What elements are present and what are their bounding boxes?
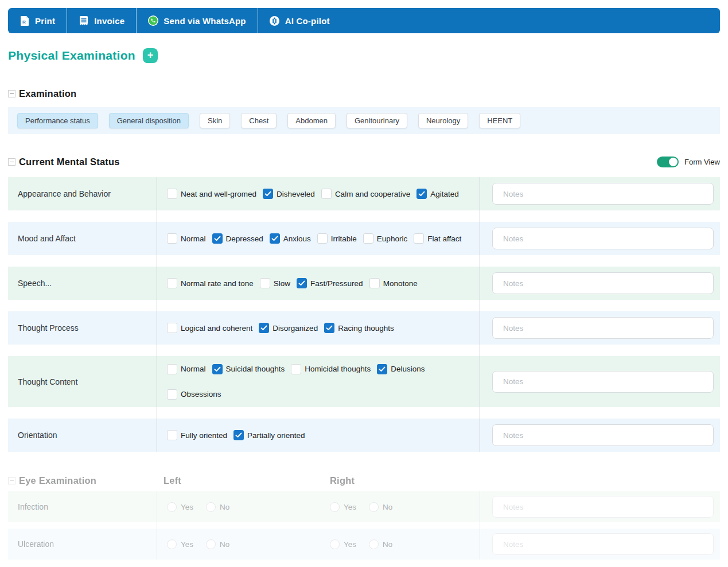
tab-genitourinary[interactable]: Genitourinary bbox=[347, 113, 407, 128]
checkbox-label: Disorganized bbox=[272, 324, 318, 333]
checkbox-euphoric[interactable] bbox=[363, 233, 373, 244]
svg-text:R: R bbox=[22, 19, 26, 25]
form-view-label: Form View bbox=[684, 158, 720, 166]
checkbox-normal[interactable] bbox=[167, 233, 177, 244]
checkbox-fast-pressured[interactable] bbox=[297, 278, 307, 288]
mental-row-thought-process: Thought ProcessLogical and coherentDisor… bbox=[8, 311, 720, 345]
eye-examination-title-group: Eye Examination bbox=[8, 475, 96, 486]
radio-option: No bbox=[206, 539, 229, 549]
checkbox-disorganized[interactable] bbox=[259, 323, 269, 333]
checkbox-obsessions[interactable] bbox=[167, 389, 177, 400]
row-label: Appearance and Behavior bbox=[8, 177, 157, 210]
radio-no-right[interactable] bbox=[369, 502, 379, 512]
notes-input[interactable] bbox=[492, 424, 714, 446]
checkbox-racing-thoughts[interactable] bbox=[324, 323, 334, 333]
mental-option: Normal rate and tone bbox=[167, 278, 254, 288]
notes-input[interactable] bbox=[492, 183, 714, 205]
radio-yes-right[interactable] bbox=[330, 502, 340, 512]
mental-option: Slow bbox=[260, 278, 290, 288]
notes-input[interactable] bbox=[492, 496, 714, 518]
checkbox-normal[interactable] bbox=[167, 364, 177, 374]
tab-abdomen[interactable]: Abdomen bbox=[287, 113, 336, 128]
notes-cell bbox=[480, 177, 720, 210]
invoice-button[interactable]: Invoice bbox=[67, 8, 137, 33]
column-divider bbox=[480, 491, 480, 560]
tab-general-disposition[interactable]: General disposition bbox=[109, 113, 189, 128]
checkbox-neat-and-well-gromed[interactable] bbox=[167, 189, 177, 199]
checkbox-label: Calm and cooperative bbox=[335, 190, 410, 198]
notes-cell bbox=[480, 222, 720, 255]
radio-label: No bbox=[383, 503, 392, 511]
mental-option: Fast/Pressured bbox=[297, 278, 363, 288]
checkbox-fully-oriented[interactable] bbox=[167, 430, 177, 440]
checkbox-irritable[interactable] bbox=[317, 233, 328, 244]
radio-label: No bbox=[220, 503, 229, 511]
eye-row-infection: InfectionYesNoYesNo bbox=[8, 491, 720, 522]
eye-row-ulceration: UlcerationYesNoYesNo bbox=[8, 529, 720, 560]
radio-option: Yes bbox=[330, 539, 356, 549]
tab-performance-status[interactable]: Performance status bbox=[17, 113, 98, 128]
checkbox-flat-affact[interactable] bbox=[414, 233, 424, 244]
checkbox-normal-rate-and-tone[interactable] bbox=[167, 278, 177, 288]
checkbox-monotone[interactable] bbox=[369, 278, 380, 288]
radio-no-left[interactable] bbox=[206, 502, 216, 512]
radio-no-right[interactable] bbox=[369, 539, 379, 549]
mental-status-rows: Appearance and BehaviorNeat and well-gro… bbox=[8, 177, 720, 452]
radio-yes-right[interactable] bbox=[330, 539, 340, 549]
tab-heent[interactable]: HEENT bbox=[479, 113, 520, 128]
row-options: NormalSuicidal thoughtsHomicidal thought… bbox=[157, 356, 480, 407]
radio-label: Yes bbox=[344, 540, 356, 549]
form-view-toggle[interactable] bbox=[657, 157, 679, 167]
eye-examination-rows: InfectionYesNoYesNoUlcerationYesNoYesNo bbox=[8, 491, 720, 560]
checkbox-depressed[interactable] bbox=[212, 233, 223, 244]
mental-option: Flat affact bbox=[414, 233, 461, 244]
checkbox-agitated[interactable] bbox=[416, 189, 427, 199]
collapse-icon[interactable] bbox=[8, 158, 15, 166]
notes-input[interactable] bbox=[492, 272, 714, 294]
tab-neurology[interactable]: Neurology bbox=[418, 113, 468, 128]
row-label: Infection bbox=[8, 491, 157, 522]
notes-input[interactable] bbox=[492, 317, 714, 339]
notes-input[interactable] bbox=[492, 228, 714, 249]
row-label: Thought Process bbox=[8, 311, 157, 345]
checkbox-partially-oriented[interactable] bbox=[233, 430, 244, 440]
checkbox-homicidal-thoughts[interactable] bbox=[291, 364, 301, 374]
eye-left-cell: YesNo bbox=[157, 529, 319, 560]
mental-option: Anxious bbox=[270, 233, 311, 244]
checkbox-disheveled[interactable] bbox=[263, 189, 273, 199]
tab-chest[interactable]: Chest bbox=[241, 113, 277, 128]
checkbox-calm-and-cooperative[interactable] bbox=[321, 189, 332, 199]
mental-option: Normal bbox=[167, 364, 206, 374]
checkbox-logical-and-coherent[interactable] bbox=[167, 323, 177, 333]
mental-option: Disorganized bbox=[259, 323, 318, 333]
collapse-icon[interactable] bbox=[8, 90, 15, 97]
mental-option: Normal bbox=[167, 233, 206, 244]
notes-input[interactable] bbox=[492, 533, 714, 555]
notes-cell bbox=[480, 491, 720, 522]
eye-right-cell: YesNo bbox=[319, 491, 480, 522]
checkbox-delusions[interactable] bbox=[377, 364, 387, 374]
whatsapp-icon bbox=[148, 15, 158, 26]
ai-copilot-button[interactable]: AI Co-pilot bbox=[258, 8, 341, 33]
radio-yes-left[interactable] bbox=[167, 539, 177, 549]
radio-yes-left[interactable] bbox=[167, 502, 177, 512]
checkbox-anxious[interactable] bbox=[270, 233, 280, 244]
eye-left-column-header: Left bbox=[163, 475, 181, 486]
add-section-button[interactable]: + bbox=[143, 48, 158, 63]
checkbox-label: Flat affact bbox=[427, 234, 461, 243]
form-view-toggle-group: Form View bbox=[657, 157, 720, 167]
send-whatsapp-button[interactable]: Send via WhatsApp bbox=[137, 8, 258, 33]
mental-status-header: Current Mental Status Form View bbox=[8, 157, 720, 167]
mental-row-appearance-and-behavior: Appearance and BehaviorNeat and well-gro… bbox=[8, 177, 720, 210]
checkbox-label: Obsessions bbox=[181, 390, 221, 398]
row-label: Ulceration bbox=[8, 529, 157, 560]
checkbox-label: Neat and well-gromed bbox=[181, 190, 256, 198]
collapse-icon[interactable] bbox=[8, 477, 15, 484]
checkbox-slow[interactable] bbox=[260, 278, 270, 288]
checkbox-suicidal-thoughts[interactable] bbox=[212, 364, 223, 374]
print-button[interactable]: R Print bbox=[8, 8, 67, 33]
mental-status-table: Appearance and BehaviorNeat and well-gro… bbox=[8, 177, 720, 452]
radio-no-left[interactable] bbox=[206, 539, 216, 549]
tab-skin[interactable]: Skin bbox=[200, 113, 230, 128]
notes-input[interactable] bbox=[492, 371, 714, 393]
